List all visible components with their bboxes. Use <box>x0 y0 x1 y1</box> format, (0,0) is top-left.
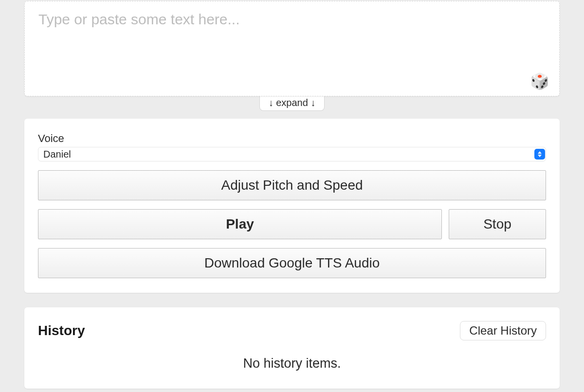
expand-button[interactable]: ↓ expand ↓ <box>259 96 325 111</box>
expand-row: ↓ expand ↓ <box>24 96 560 111</box>
text-input-card: 🎲 <box>24 1 560 96</box>
clear-history-button[interactable]: Clear History <box>460 321 546 340</box>
play-stop-row: Play Stop <box>38 209 546 239</box>
text-input[interactable] <box>25 1 559 94</box>
voice-select[interactable]: Daniel <box>38 147 546 161</box>
adjust-pitch-speed-button[interactable]: Adjust Pitch and Speed <box>38 170 546 200</box>
history-empty-message: No history items. <box>38 356 546 371</box>
history-header: History Clear History <box>38 321 546 340</box>
dice-icon[interactable]: 🎲 <box>530 73 549 89</box>
history-card: History Clear History No history items. <box>24 307 560 389</box>
play-button[interactable]: Play <box>38 209 442 239</box>
controls-card: Voice Daniel Adjust Pitch and Speed Play… <box>24 119 560 293</box>
stop-button[interactable]: Stop <box>449 209 546 239</box>
download-tts-button[interactable]: Download Google TTS Audio <box>38 248 546 278</box>
voice-label: Voice <box>38 132 546 145</box>
history-title: History <box>38 323 85 339</box>
voice-select-wrap: Daniel <box>38 147 546 161</box>
